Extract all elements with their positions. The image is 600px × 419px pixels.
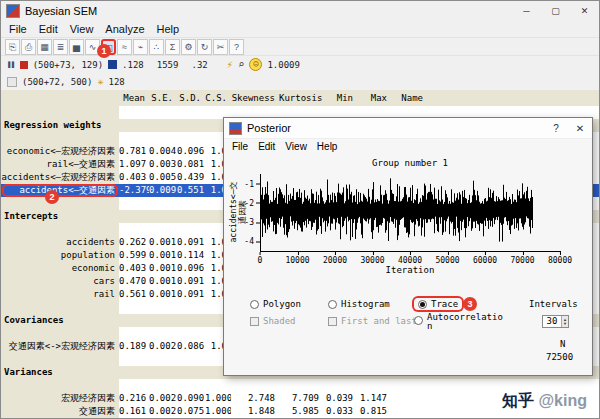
menu-analyze[interactable]: Analyze — [99, 23, 150, 35]
table-cell: 0.001 — [149, 262, 177, 275]
list-icon[interactable]: ≣ — [53, 39, 68, 55]
minimize-button[interactable]: ─ — [512, 1, 541, 21]
radio-circle — [414, 316, 423, 325]
menu-edit[interactable]: Edit — [33, 23, 64, 35]
intervals-value: 30 — [543, 316, 561, 327]
y-ticks: -1-2-3-4 — [224, 174, 260, 251]
table-cell: 0.189 — [119, 340, 149, 353]
autocorrelation-radio[interactable]: Autocorrelation — [414, 313, 503, 331]
posterior-titlebar[interactable]: Posterior ? ✕ — [224, 118, 592, 139]
table-cell: 2.748 — [231, 392, 279, 405]
stat-value-3: .32 — [191, 60, 207, 70]
table-cell: 0.005 — [149, 171, 177, 184]
menu-help[interactable]: Help — [312, 141, 343, 152]
status-row-2: (500+72, 500) ✳ 128 — [1, 73, 599, 90]
window-controls: ─ ▢ ✕ — [512, 1, 599, 21]
watermark: 知乎 @king — [502, 391, 587, 412]
table-cell: Name — [391, 90, 427, 106]
posterior-title-buttons: ? ✕ — [544, 118, 592, 138]
burnin-marker-icon — [7, 77, 17, 87]
autocorrelation-icon[interactable]: ⌁ — [133, 39, 148, 55]
table-icon[interactable]: ▦ — [37, 39, 52, 55]
menu-file[interactable]: File — [3, 23, 33, 35]
histogram-radio[interactable]: Histogram — [328, 299, 390, 309]
table-cell: 0.002 — [149, 340, 177, 353]
table-cell: 0.470 — [119, 275, 149, 288]
x-axis-label: Iteration — [260, 265, 560, 275]
table-cell: 0.096 — [177, 262, 205, 275]
options-icon[interactable]: ⚙ — [181, 39, 196, 55]
menu-edit[interactable]: Edit — [253, 141, 280, 152]
print-icon[interactable]: ⎙ — [21, 39, 36, 55]
table-cell: 0.081 — [177, 158, 205, 171]
burnin-counter-text: (500+72, 500) — [22, 77, 92, 87]
table-cell: 0.001 — [149, 236, 177, 249]
table-cell: 0.004 — [149, 145, 177, 158]
summary-icon[interactable]: Σ — [165, 39, 180, 55]
radio-circle-selected — [418, 300, 427, 309]
table-cell: 0.086 — [177, 340, 205, 353]
titlebar[interactable]: Bayesian SEM ─ ▢ ✕ — [1, 1, 599, 21]
row-label — [1, 197, 119, 210]
intervals-stepper[interactable]: 30 ▲▼ — [542, 315, 569, 328]
table-cell: 0.216 — [119, 392, 149, 405]
x-ticks: 0100002000030000400005000060000700008000… — [260, 254, 560, 264]
help-icon[interactable]: ? — [229, 39, 244, 55]
copy-icon[interactable]: ⎘ — [5, 39, 20, 55]
trace-radio[interactable]: Trace — [414, 298, 462, 310]
dialog-help-button[interactable]: ? — [544, 118, 568, 138]
table-cell: 0.551 — [177, 184, 205, 197]
table-cell: 1.000 — [205, 405, 231, 418]
x-tick-label: 60000 — [473, 256, 497, 265]
table-cell: 0.091 — [177, 236, 205, 249]
lightning-icon[interactable]: ⚡ — [227, 59, 233, 70]
checkbox-square — [328, 317, 337, 326]
autocorrelation-label: Autocorrelation — [427, 313, 503, 331]
main-menubar: FileEditViewAnalyzeHelp — [1, 21, 599, 37]
maximize-button[interactable]: ▢ — [541, 1, 570, 21]
table-cell: C.S. — [205, 90, 231, 106]
spinner-arrows-icon[interactable]: ▲▼ — [561, 316, 568, 327]
table-cell: 0.039 — [323, 392, 357, 405]
dialog-close-button[interactable]: ✕ — [568, 118, 592, 138]
histogram-icon[interactable]: ▅ — [69, 39, 84, 55]
table-cell: 0.091 — [177, 288, 205, 301]
trace-plot-icon[interactable]: ≈ — [117, 39, 132, 55]
refresh-icon[interactable]: ↻ — [197, 39, 212, 55]
menu-help[interactable]: Help — [151, 23, 186, 35]
table-cell: Mean — [119, 90, 149, 106]
first-and-last-label: First and last — [341, 316, 417, 326]
shaded-checkbox: Shaded — [250, 316, 296, 326]
pause-icon[interactable]: ❚❚ — [7, 60, 15, 69]
table-cell: Skewness — [231, 90, 279, 106]
stat-value-1: .128 — [122, 60, 144, 70]
table-cell: 0.001 — [149, 288, 177, 301]
table-cell: 1.848 — [231, 405, 279, 418]
row-label: economic<—宏观经济因素 — [1, 145, 119, 158]
row-label: rail — [1, 288, 119, 301]
polygon-radio[interactable]: Polygon — [250, 299, 301, 309]
burnin-value: 128 — [108, 77, 124, 87]
row-label: accidents<—交通因素 — [1, 184, 119, 197]
cut-icon[interactable]: ✂ — [213, 39, 228, 55]
n-value: 72500 — [546, 352, 573, 362]
table-cell: 0.815 — [357, 405, 391, 418]
table-cell: 0.001 — [149, 275, 177, 288]
row-label: population — [1, 249, 119, 262]
scatter-icon[interactable]: ∴ — [149, 39, 164, 55]
stop-icon[interactable] — [20, 61, 28, 69]
menu-file[interactable]: File — [227, 141, 253, 152]
magnifier-icon[interactable]: ⌕ — [238, 58, 245, 71]
menu-view[interactable]: View — [280, 141, 312, 152]
table-cell: 1.147 — [357, 392, 391, 405]
row-label: Intercepts — [1, 210, 119, 223]
x-tick-label: 10000 — [285, 256, 309, 265]
bayesian-sem-window: Bayesian SEM ─ ▢ ✕ FileEditViewAnalyzeHe… — [0, 0, 600, 419]
intervals-spinbox[interactable]: 30 ▲▼ — [542, 315, 569, 328]
table-cell: 0.033 — [323, 405, 357, 418]
x-tick-label: 40000 — [398, 256, 422, 265]
close-button[interactable]: ✕ — [570, 1, 599, 21]
watermark-brand: 知乎 — [502, 392, 534, 409]
table-cell: 0.002 — [149, 405, 177, 418]
menu-view[interactable]: View — [64, 23, 100, 35]
